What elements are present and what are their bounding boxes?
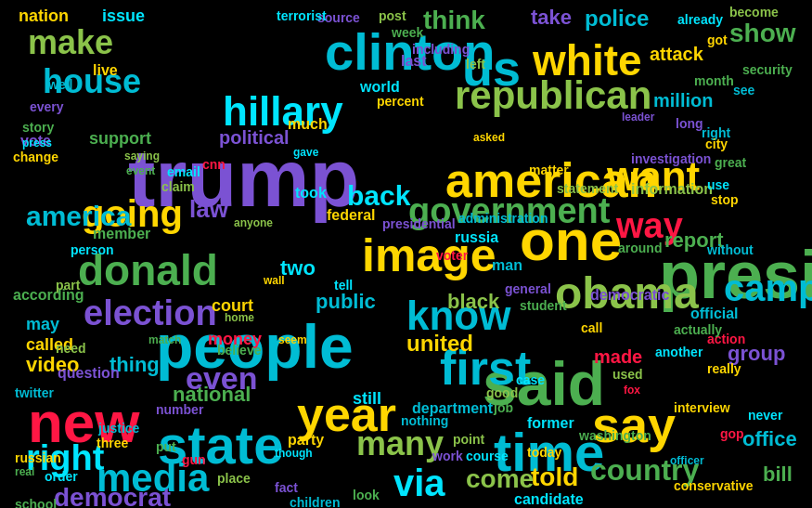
word-student: student xyxy=(520,299,567,312)
word-tell: tell xyxy=(334,279,353,292)
word-law: law xyxy=(189,197,228,221)
word-call: call xyxy=(581,321,602,334)
word-live: live xyxy=(93,63,118,78)
word-federal: federal xyxy=(327,208,375,223)
word-investigation: investigation xyxy=(631,152,711,165)
word-job: job xyxy=(494,401,513,414)
word-two: two xyxy=(280,258,316,279)
word-children: children xyxy=(290,496,340,508)
word-another: another xyxy=(655,345,702,358)
word-election: election xyxy=(84,295,217,331)
word-good: good xyxy=(486,386,518,399)
word-public: public xyxy=(316,292,376,312)
word-officer: officer xyxy=(670,455,704,466)
word-justice: justice xyxy=(98,422,139,435)
word-week: week xyxy=(392,26,423,39)
word-work: work xyxy=(432,449,463,462)
word-city: city xyxy=(705,137,728,150)
word-many: many xyxy=(356,427,444,461)
word-issue: issue xyxy=(102,7,145,24)
word-well: well xyxy=(48,78,72,91)
word-cnn: cnn xyxy=(202,158,226,171)
word-terrorist: terrorist xyxy=(277,9,327,22)
word-democrat: democrat xyxy=(54,485,171,508)
word-become: become xyxy=(729,6,779,19)
word-general: general xyxy=(505,282,551,295)
word-via: via xyxy=(393,464,445,501)
word-democratic: democratic xyxy=(590,288,669,303)
word-think: think xyxy=(423,7,485,33)
word-russian: russian xyxy=(15,451,61,464)
word-claim: claim xyxy=(161,180,195,193)
word-press: press xyxy=(22,137,52,149)
wordcloud: trumpclintonhillaryrepublicanamericanpre… xyxy=(0,0,812,508)
word-left: left xyxy=(466,58,485,71)
word-match: match xyxy=(148,334,181,345)
word-believe: believe xyxy=(217,344,261,357)
word-person: person xyxy=(71,243,114,256)
word-presidential: presidential xyxy=(382,217,456,230)
word-nothing: nothing xyxy=(401,414,448,427)
word-show: show xyxy=(729,20,796,46)
word-never: never xyxy=(748,409,782,422)
word-statement: statement xyxy=(557,182,618,195)
word-gop: gop xyxy=(720,427,744,440)
word-gave: gave xyxy=(293,147,318,158)
word-without: without xyxy=(707,243,754,256)
word-month: month xyxy=(694,74,734,87)
word-fact: fact xyxy=(275,481,298,494)
word-saying: saying xyxy=(124,150,160,162)
word-order: order xyxy=(45,470,78,483)
word-place: place xyxy=(217,472,251,485)
word-interview: interview xyxy=(674,401,730,414)
word-already: already xyxy=(677,13,723,26)
word-stop: stop xyxy=(711,193,739,206)
word-come: come xyxy=(466,466,534,492)
word-security: security xyxy=(742,63,793,76)
word-used: used xyxy=(612,368,643,381)
word-use: use xyxy=(707,178,729,191)
word-event: event xyxy=(126,165,155,176)
word-asked: asked xyxy=(473,132,505,143)
word-black: black xyxy=(447,292,499,312)
word-information: information xyxy=(631,182,713,197)
word-leader: leader xyxy=(622,111,654,123)
word-administration: administration xyxy=(458,212,548,225)
word-anyone: anyone xyxy=(234,217,273,228)
word-police: police xyxy=(585,7,649,30)
word-really: really xyxy=(707,362,741,375)
word-great: great xyxy=(715,156,746,169)
word-part: part xyxy=(56,279,80,292)
word-gun: gun xyxy=(182,453,206,466)
word-voter: voter xyxy=(436,249,468,262)
word-put: put xyxy=(156,440,176,453)
word-though: though xyxy=(275,448,313,459)
word-back: back xyxy=(347,182,410,210)
word-change: change xyxy=(13,150,58,163)
word-member: member xyxy=(93,227,150,241)
word-told: told xyxy=(531,464,578,490)
word-make: make xyxy=(28,26,113,59)
word-political: political xyxy=(219,128,290,147)
word-three: three xyxy=(97,436,128,449)
word-percent: percent xyxy=(377,95,424,108)
word-still: still xyxy=(353,390,381,407)
word-official: official xyxy=(690,306,739,321)
word-candidate: candidate xyxy=(514,492,584,507)
word-got: got xyxy=(707,33,728,46)
word-former: former xyxy=(527,416,574,431)
word-point: point xyxy=(453,433,484,446)
word-fox: fox xyxy=(624,384,640,396)
word-seem: seem xyxy=(278,334,307,345)
word-long: long xyxy=(676,117,703,130)
word-today: today xyxy=(527,446,561,459)
word-look: look xyxy=(353,488,380,501)
word-united: united xyxy=(406,332,473,355)
word-conservative: conservative xyxy=(674,479,754,492)
word-actually: actually xyxy=(674,323,722,336)
word-russia: russia xyxy=(455,230,498,245)
word-email: email xyxy=(167,165,200,178)
word-attack: attack xyxy=(650,45,703,63)
word-party: party xyxy=(288,433,324,448)
word-made: made xyxy=(594,347,642,366)
